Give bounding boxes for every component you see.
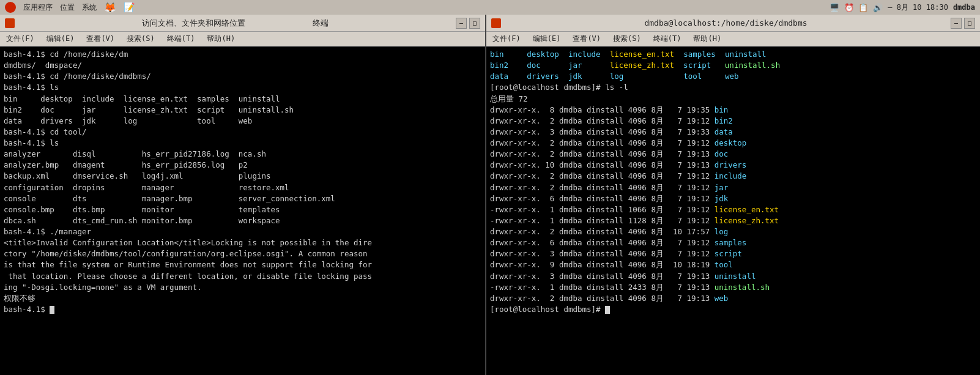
left-line-12: backup.xml dmservice.sh log4j.xml plugin… bbox=[4, 171, 481, 182]
right-line-15: -rwxr-xr-x. 1 dmdba dinstall 1066 8月 7 1… bbox=[490, 204, 976, 215]
left-line-19: ctory "/home/diske/dmdbms/tool/configura… bbox=[4, 248, 481, 259]
right-line-19: drwxr-xr-x. 3 dmdba dinstall 4096 8月 7 1… bbox=[490, 248, 976, 259]
location-menu[interactable]: 位置 bbox=[60, 2, 75, 13]
right-line-24: [root@localhost dmdbms]# bbox=[490, 304, 976, 315]
app-menu[interactable]: 应用程序 bbox=[23, 2, 53, 13]
left-line-11: analyzer.bmp dmagent hs_err_pid2856.log … bbox=[4, 160, 481, 171]
right-line-12: drwxr-xr-x. 2 dmdba dinstall 4096 8月 7 1… bbox=[490, 171, 976, 182]
right-line-9: drwxr-xr-x. 2 dmdba dinstall 4096 8月 7 1… bbox=[490, 138, 976, 149]
left-terminal-body[interactable]: bash-4.1$ cd /home/diske/dm dmdbms/ dmsp… bbox=[0, 46, 485, 375]
system-bar: 应用程序 位置 系统 🦊 📝 🖥️ ⏰ 📋 🔊 — 8月 10 18:30 dm… bbox=[0, 0, 980, 15]
left-minimize-btn[interactable]: — bbox=[456, 18, 467, 29]
right-menu-help[interactable]: 帮助(H) bbox=[689, 32, 725, 45]
right-line-16: -rwxr-xr-x. 1 dmdba dinstall 1128 8月 7 1… bbox=[490, 215, 976, 226]
right-menu-edit[interactable]: 编辑(E) bbox=[529, 32, 565, 45]
right-line-21: drwxr-xr-x. 3 dmdba dinstall 4096 8月 7 1… bbox=[490, 271, 976, 282]
left-menu-help[interactable]: 帮助(H) bbox=[203, 32, 239, 45]
right-cursor bbox=[605, 306, 610, 314]
right-line-1: bin desktop include license_en.txt sampl… bbox=[490, 49, 976, 60]
left-line-22: ing "-Dosgi.locking=none" as a VM argume… bbox=[4, 282, 481, 293]
system-bar-right: 🖥️ ⏰ 📋 🔊 — 8月 10 18:30 dmdba bbox=[830, 2, 975, 13]
right-terminal-body[interactable]: bin desktop include license_en.txt sampl… bbox=[486, 46, 980, 375]
right-line-5: 总用量 72 bbox=[490, 94, 976, 105]
left-line-7: data drivers jdk log tool web bbox=[4, 116, 481, 127]
left-line-10: analyzer disql hs_err_pid27186.log nca.s… bbox=[4, 149, 481, 160]
left-line-15: console.bmp dts.bmp monitor templates bbox=[4, 204, 481, 215]
right-line-2: bin2 doc jar license_zh.txt script unins… bbox=[490, 60, 976, 71]
left-line-8: bash-4.1$ cd tool/ bbox=[4, 127, 481, 138]
right-menu-file[interactable]: 文件(F) bbox=[489, 32, 524, 45]
left-line-24: bash-4.1$ bbox=[4, 304, 481, 315]
edit-icon[interactable]: 📝 bbox=[124, 2, 135, 13]
right-maximize-btn[interactable]: □ bbox=[964, 18, 975, 29]
left-cursor bbox=[50, 306, 54, 314]
right-line-20: drwxr-xr-x. 9 dmdba dinstall 4096 8月 10 … bbox=[490, 259, 976, 270]
right-line-14: drwxr-xr-x. 6 dmdba dinstall 4096 8月 7 1… bbox=[490, 193, 976, 204]
datetime: — 8月 10 18:30 bbox=[888, 2, 948, 13]
right-menubar: 文件(F) 编辑(E) 查看(V) 搜索(S) 终端(T) 帮助(H) bbox=[486, 32, 980, 46]
left-line-21: that location. Please choose a different… bbox=[4, 271, 481, 282]
left-win-btn-group: — □ bbox=[456, 18, 480, 29]
left-line-23: 权限不够 bbox=[4, 293, 481, 304]
left-title: 访问文档、文件夹和网络位置 终端 bbox=[15, 18, 456, 29]
left-line-6: bin2 doc jar license_zh.txt script unins… bbox=[4, 105, 481, 116]
left-line-5: bin desktop include license_en.txt sampl… bbox=[4, 94, 481, 105]
right-close-icon[interactable] bbox=[491, 18, 501, 28]
left-line-4: bash-4.1$ ls bbox=[4, 82, 481, 93]
right-titlebar: dmdba@localhost:/home/diske/dmdbms — □ bbox=[486, 15, 980, 32]
left-line-3: bash-4.1$ cd /home/diske/dmdbms/ bbox=[4, 71, 481, 82]
terminal-left: 访问文档、文件夹和网络位置 终端 — □ 文件(F) 编辑(E) 查看(V) 搜… bbox=[0, 15, 486, 375]
left-close-icon[interactable] bbox=[5, 18, 15, 28]
right-line-13: drwxr-xr-x. 2 dmdba dinstall 4096 8月 7 1… bbox=[490, 182, 976, 193]
right-line-10: drwxr-xr-x. 2 dmdba dinstall 4096 8月 7 1… bbox=[490, 149, 976, 160]
left-line-16: dbca.sh dts_cmd_run.sh monitor.bmp works… bbox=[4, 215, 481, 226]
left-line-1: bash-4.1$ cd /home/diske/dm bbox=[4, 49, 481, 60]
right-window-controls bbox=[491, 18, 501, 28]
left-window-controls bbox=[5, 18, 15, 28]
left-maximize-btn[interactable]: □ bbox=[469, 18, 480, 29]
left-line-9: bash-4.1$ ls bbox=[4, 138, 481, 149]
left-line-20: is that the file system or Runtime Envir… bbox=[4, 259, 481, 270]
left-menu-search[interactable]: 搜索(S) bbox=[123, 32, 158, 45]
right-line-23: drwxr-xr-x. 2 dmdba dinstall 4096 8月 7 1… bbox=[490, 293, 976, 304]
right-line-18: drwxr-xr-x. 6 dmdba dinstall 4096 8月 7 1… bbox=[490, 237, 976, 248]
right-line-7: drwxr-xr-x. 2 dmdba dinstall 4096 8月 7 1… bbox=[490, 116, 976, 127]
right-title: dmdba@localhost:/home/diske/dmdbms bbox=[501, 18, 951, 28]
left-titlebar: 访问文档、文件夹和网络位置 终端 — □ bbox=[0, 15, 485, 32]
left-menu-view[interactable]: 查看(V) bbox=[83, 32, 118, 45]
right-line-6: drwxr-xr-x. 8 dmdba dinstall 4096 8月 7 1… bbox=[490, 105, 976, 116]
right-line-22: -rwxr-xr-x. 1 dmdba dinstall 2433 8月 7 1… bbox=[490, 282, 976, 293]
left-line-2: dmdbms/ dmspace/ bbox=[4, 60, 481, 71]
firefox-icon[interactable]: 🦊 bbox=[104, 2, 116, 13]
right-line-4: [root@localhost dmdbms]# ls -l bbox=[490, 82, 976, 93]
left-menu-terminal[interactable]: 终端(T) bbox=[163, 32, 199, 45]
right-menu-search[interactable]: 搜索(S) bbox=[609, 32, 645, 45]
right-minimize-btn[interactable]: — bbox=[951, 18, 962, 29]
right-menu-terminal[interactable]: 终端(T) bbox=[650, 32, 685, 45]
system-bar-left: 应用程序 位置 系统 🦊 📝 bbox=[5, 2, 135, 13]
right-win-btn-group: — □ bbox=[951, 18, 975, 29]
main-area: 访问文档、文件夹和网络位置 终端 — □ 文件(F) 编辑(E) 查看(V) 搜… bbox=[0, 15, 980, 375]
right-line-17: drwxr-xr-x. 2 dmdba dinstall 4096 8月 10 … bbox=[490, 226, 976, 237]
app-icon bbox=[5, 2, 16, 13]
terminal-right: dmdba@localhost:/home/diske/dmdbms — □ 文… bbox=[486, 15, 980, 375]
hostname-label: dmdba bbox=[953, 3, 975, 12]
left-line-13: configuration dropins manager restore.xm… bbox=[4, 182, 481, 193]
tray-icons: 🖥️ ⏰ 📋 🔊 bbox=[830, 3, 883, 12]
right-line-11: drwxr-xr-x. 10 dmdba dinstall 4096 8月 7 … bbox=[490, 160, 976, 171]
left-menubar: 文件(F) 编辑(E) 查看(V) 搜索(S) 终端(T) 帮助(H) bbox=[0, 32, 485, 46]
left-line-14: console dts manager.bmp server_connectio… bbox=[4, 193, 481, 204]
left-menu-file[interactable]: 文件(F) bbox=[2, 32, 38, 45]
right-line-3: data drivers jdk log tool web bbox=[490, 71, 976, 82]
right-menu-view[interactable]: 查看(V) bbox=[569, 32, 604, 45]
left-line-17: bash-4.1$ ./manager bbox=[4, 226, 481, 237]
left-menu-edit[interactable]: 编辑(E) bbox=[43, 32, 78, 45]
system-menu[interactable]: 系统 bbox=[82, 2, 97, 13]
right-line-8: drwxr-xr-x. 3 dmdba dinstall 4096 8月 7 1… bbox=[490, 127, 976, 138]
left-line-18: <title>Invalid Configuration Location</t… bbox=[4, 237, 481, 248]
